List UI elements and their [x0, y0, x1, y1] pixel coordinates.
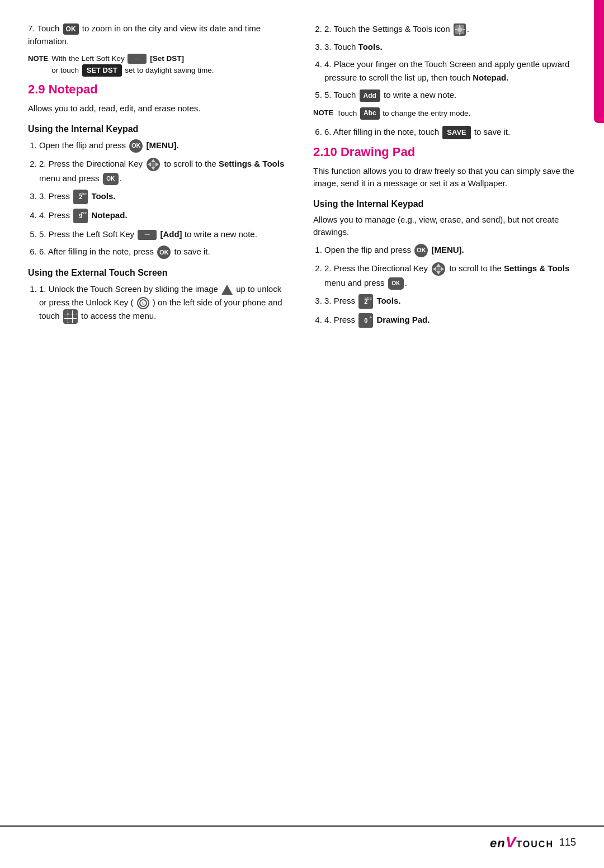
section-2-9-title: 2.9 Notepad — [28, 82, 291, 97]
page-footer: enVTOUCH 115 — [0, 825, 604, 851]
note-label-r: NOTE — [313, 108, 333, 119]
r-step-2: 2. Touch the Settings & Tools icon . — [324, 22, 576, 36]
step-3: 3. Press 2abc Tools. — [39, 190, 291, 204]
svg-text:↻: ↻ — [141, 301, 144, 305]
dp-step-3: 3. Press 2abc Tools. — [324, 294, 576, 309]
dp-step-1: Open the flip and press OK [MENU]. — [324, 243, 576, 257]
section-2-9-intro: Allows you to add, read, edit, and erase… — [28, 102, 291, 115]
step-4: 4. Press 9wx Notepad. — [39, 209, 291, 223]
section-2-10-intro: This function allows you to draw freely … — [313, 165, 576, 190]
r-step-6: 6. After filling in the note, touch SAVE… — [324, 125, 576, 139]
ext-step-1: 1. Unlock the Touch Screen by sliding th… — [39, 282, 291, 323]
dp-steps: Open the flip and press OK [MENU]. 2. Pr… — [324, 243, 576, 328]
unlock-key-icon: ↻ — [137, 297, 149, 309]
left-soft-key-icon: — — [138, 230, 157, 240]
right-column: 2. Touch the Settings & Tools icon . — [313, 22, 576, 333]
note-content: With the Left Soft Key — [Set DST] or to… — [51, 53, 214, 77]
svg-point-5 — [151, 162, 155, 167]
svg-rect-10 — [459, 25, 460, 27]
step-5: 5. Press the Left Soft Key — [Add] to wr… — [39, 228, 291, 240]
soft-key-icon: — — [128, 54, 147, 64]
step-2: 2. Press the Directional Key to scroll t… — [39, 157, 291, 185]
ok-oval-dp: OK — [388, 277, 404, 290]
r-step-4: 4. Place your finger on the Touch Screen… — [324, 58, 576, 84]
ok-circle-icon: OK — [129, 139, 143, 153]
right-notepad-steps-2: 6. After filling in the note, touch SAVE… — [324, 125, 576, 139]
num-9-key: 9wx — [73, 209, 88, 223]
subsection-external-touch: Using the External Touch Screen — [28, 268, 291, 278]
num-0-dp: 0+ — [358, 313, 373, 328]
brand-v: V — [506, 833, 517, 851]
svg-rect-12 — [455, 29, 457, 30]
note-block-dst: NOTE With the Left Soft Key — [Set DST] … — [28, 53, 291, 77]
abc-button-icon: Abc — [360, 107, 380, 120]
triangle-up-icon — [221, 285, 233, 295]
add-button-icon: Add — [360, 89, 380, 102]
note-content-r: Touch Abc to change the entry mode. — [337, 107, 470, 120]
r-step-3: 3. Touch Tools. — [324, 40, 576, 53]
set-dst-button: SET DST — [82, 64, 122, 77]
pink-bar — [594, 0, 604, 123]
svg-point-19 — [436, 267, 441, 271]
svg-point-9 — [457, 27, 462, 32]
dp-intro: Allows you to manage (e.g., view, erase,… — [313, 214, 576, 239]
subsection-dp-keypad: Using the Internal Keypad — [313, 199, 576, 209]
external-touch-steps: 1. Unlock the Touch Screen by sliding th… — [39, 282, 291, 323]
ok-button-icon: OK — [63, 23, 79, 35]
r-step-5: 5. Touch Add to write a new note. — [324, 88, 576, 102]
section-2-10-title: 2.10 Drawing Pad — [313, 145, 576, 159]
svg-rect-11 — [459, 32, 460, 35]
note-block-right: NOTE Touch Abc to change the entry mode. — [313, 107, 576, 120]
two-column-layout: 7. Touch OK to zoom in on the city and v… — [28, 22, 576, 333]
directional-key-dp — [431, 262, 446, 276]
intro-step7: 7. Touch OK to zoom in on the city and v… — [28, 22, 291, 48]
ok-circle-dp: OK — [414, 244, 428, 257]
brand-touch: TOUCH — [516, 839, 554, 849]
grid-icon — [63, 309, 78, 324]
note-label: NOTE — [28, 54, 48, 64]
brand-logo: enVTOUCH — [490, 833, 554, 851]
dp-step-4: 4. Press 0+ Drawing Pad. — [324, 313, 576, 328]
svg-rect-13 — [463, 29, 465, 30]
right-notepad-steps: 2. Touch the Settings & Tools icon . — [324, 22, 576, 102]
step7-text: 7. Touch — [28, 23, 59, 33]
num-2-key: 2abc — [73, 190, 88, 204]
page-container: 7. Touch OK to zoom in on the city and v… — [0, 0, 604, 868]
page-number: 115 — [559, 837, 576, 848]
directional-key-icon — [146, 157, 161, 172]
left-column: 7. Touch OK to zoom in on the city and v… — [28, 22, 291, 333]
brand-en: en — [490, 836, 506, 850]
subsection-internal-keypad: Using the Internal Keypad — [28, 124, 291, 134]
num-2-dp: 2abc — [358, 294, 373, 309]
ok-circle-icon-2: OK — [157, 246, 171, 259]
internal-keypad-steps: Open the flip and press OK [MENU]. 2. Pr… — [39, 139, 291, 259]
settings-tools-icon — [454, 23, 466, 36]
step-6: 6. After filling in the note, press OK t… — [39, 245, 291, 259]
step-1: Open the flip and press OK [MENU]. — [39, 139, 291, 153]
ok-oval-icon: OK — [103, 173, 119, 185]
save-button-icon: SAVE — [442, 126, 470, 139]
dp-step-2: 2. Press the Directional Key to scroll t… — [324, 262, 576, 290]
